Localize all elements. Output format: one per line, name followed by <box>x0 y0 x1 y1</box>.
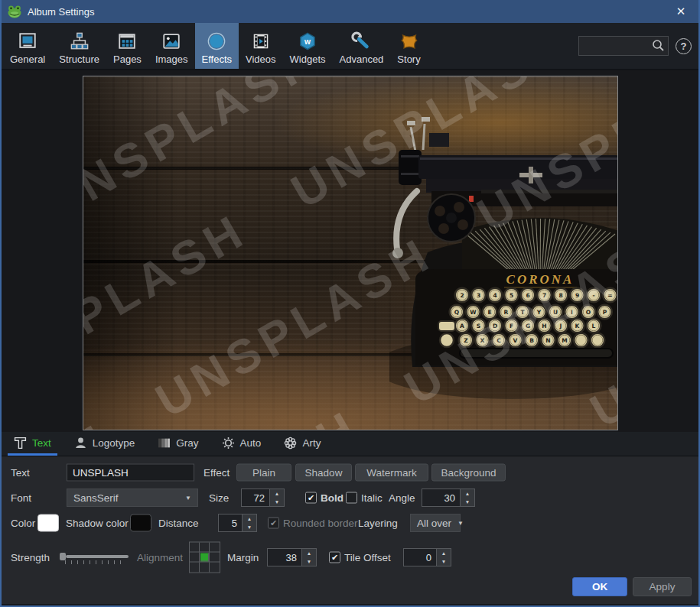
subtab-arty[interactable]: Arty <box>278 432 327 456</box>
tab-widgets[interactable]: w Widgets <box>283 23 333 69</box>
subtab-auto[interactable]: Auto <box>216 432 268 456</box>
title-bar: Album Settings ✕ <box>2 0 698 23</box>
tab-images[interactable]: Images <box>148 23 195 69</box>
tab-effects[interactable]: Effects <box>195 23 239 69</box>
slider-track[interactable] <box>66 555 129 558</box>
subtab-logotype[interactable]: Logotype <box>68 432 142 456</box>
bold-checkbox[interactable] <box>305 492 317 504</box>
subtab-label: Arty <box>302 437 321 449</box>
alignment-label: Alignment <box>137 552 183 563</box>
tab-label: General <box>10 54 45 65</box>
subtab-label: Logotype <box>93 437 135 449</box>
film-strip-icon <box>251 31 271 51</box>
margin-label: Margin <box>227 552 259 563</box>
effect-background-button[interactable]: Background <box>431 464 506 482</box>
tab-label: Pages <box>113 54 142 65</box>
size-label: Size <box>209 492 229 504</box>
tab-story[interactable]: Story <box>390 23 427 69</box>
offset-label: Offset <box>363 552 391 563</box>
search-icon[interactable] <box>652 39 665 52</box>
align-cell[interactable] <box>190 563 200 573</box>
pages-grid-icon <box>117 31 137 51</box>
tab-general[interactable]: General <box>3 23 52 69</box>
align-cell-selected[interactable] <box>200 553 210 563</box>
align-cell[interactable] <box>190 543 200 553</box>
layering-value: All over <box>417 518 451 529</box>
text-effect-controls: Text Effect Plain Shadow Watermark Backg… <box>2 456 698 604</box>
font-dropdown[interactable]: SansSerif ▼ <box>67 489 198 507</box>
spin-down-icon[interactable]: ▼ <box>243 523 256 531</box>
tab-label: Widgets <box>290 54 326 65</box>
app-logo-frog-icon <box>7 4 22 19</box>
spin-up-icon[interactable]: ▲ <box>270 489 284 498</box>
angle-stepper[interactable]: 30 ▲▼ <box>422 489 475 507</box>
align-cell[interactable] <box>200 543 210 553</box>
strength-slider[interactable] <box>60 550 129 565</box>
spin-down-icon[interactable]: ▼ <box>302 557 316 566</box>
row-font: Font SansSerif ▼ Size 72 ▲▼ Bold Italic … <box>2 488 698 508</box>
size-stepper[interactable]: 72 ▲▼ <box>241 489 285 507</box>
spin-down-icon[interactable]: ▼ <box>270 498 284 506</box>
align-cell[interactable] <box>190 553 200 563</box>
layering-dropdown[interactable]: All over ▼ <box>410 514 461 532</box>
distance-stepper[interactable]: 5 ▲▼ <box>218 514 257 532</box>
layering-label: Layering <box>358 518 398 529</box>
margin-stepper[interactable]: 38 ▲▼ <box>267 548 317 566</box>
watermark-text-input[interactable] <box>67 464 194 482</box>
align-cell[interactable] <box>210 553 220 563</box>
subtab-text[interactable]: Text <box>8 432 57 456</box>
shadow-color-swatch[interactable] <box>130 514 151 532</box>
tile-label: Tile <box>344 552 360 563</box>
spin-up-icon[interactable]: ▲ <box>302 549 316 557</box>
slider-handle[interactable] <box>60 553 66 560</box>
align-cell[interactable] <box>210 543 220 553</box>
close-button[interactable]: ✕ <box>663 0 698 23</box>
font-value: SansSerif <box>73 492 119 504</box>
tab-label: Structure <box>59 54 99 65</box>
effect-watermark-button[interactable]: Watermark <box>355 464 428 482</box>
strength-label: Strength <box>11 552 50 563</box>
align-cell[interactable] <box>200 563 210 573</box>
offset-stepper[interactable]: 0 ▲▼ <box>403 548 451 566</box>
spin-down-icon[interactable]: ▼ <box>461 498 474 506</box>
effects-circle-icon <box>207 31 226 51</box>
auto-sun-icon <box>222 437 235 450</box>
arty-flower-icon <box>284 437 297 450</box>
wrench-icon <box>351 31 371 51</box>
tab-advanced[interactable]: Advanced <box>333 23 391 69</box>
watermark-layer: UNSPLASH UNSPLASH UNSPLASH UNSPLASH UNSP… <box>83 76 618 430</box>
row-color: Color Shadow color Distance 5 ▲▼ Rounded… <box>2 513 698 533</box>
ok-button[interactable]: OK <box>572 577 627 596</box>
effect-shadow-button[interactable]: Shadow <box>295 464 352 482</box>
row-strength: Strength Alignment Margin 38 ▲▼ Tile Off… <box>2 541 698 573</box>
offset-value: 0 <box>404 549 436 566</box>
spin-down-icon[interactable]: ▼ <box>437 557 451 566</box>
tile-checkbox[interactable] <box>329 552 340 563</box>
spin-up-icon[interactable]: ▲ <box>437 549 451 557</box>
align-cell[interactable] <box>210 563 220 573</box>
main-toolbar: General Structure Pages <box>2 23 698 70</box>
tab-label: Images <box>155 54 188 65</box>
angle-value: 30 <box>422 489 460 506</box>
tab-pages[interactable]: Pages <box>106 23 148 69</box>
preview-area: CORONA 23456789-=QWERTYUIOPASDFGHJKLZXCV… <box>2 70 698 432</box>
subtab-gray[interactable]: Gray <box>151 432 204 456</box>
size-value: 72 <box>242 489 269 506</box>
alignment-grid[interactable] <box>189 542 220 573</box>
text-T-icon <box>14 437 27 450</box>
spin-up-icon[interactable]: ▲ <box>243 514 256 523</box>
italic-checkbox[interactable] <box>346 492 357 504</box>
slider-ticks <box>65 560 126 564</box>
tab-videos[interactable]: Videos <box>239 23 283 69</box>
effect-plain-button[interactable]: Plain <box>236 464 291 482</box>
angle-label: Angle <box>389 492 415 504</box>
spin-up-icon[interactable]: ▲ <box>461 489 474 498</box>
text-color-swatch[interactable] <box>37 514 59 532</box>
tab-label: Story <box>397 54 420 65</box>
italic-label: Italic <box>361 492 383 504</box>
gray-gradient-icon <box>158 437 171 450</box>
apply-button[interactable]: Apply <box>633 577 692 596</box>
help-icon[interactable]: ? <box>676 38 692 54</box>
tab-structure[interactable]: Structure <box>52 23 106 69</box>
svg-text:w: w <box>304 37 311 46</box>
